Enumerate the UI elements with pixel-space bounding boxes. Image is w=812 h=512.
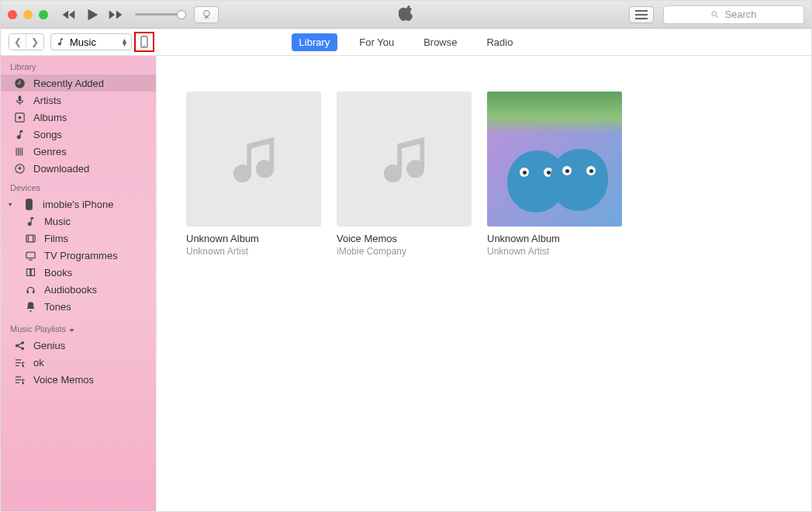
window-controls (8, 10, 48, 19)
album-title: Voice Memos (337, 233, 472, 244)
guitar-icon (13, 145, 26, 157)
headphones-icon (24, 283, 36, 296)
microphone-icon (13, 94, 26, 106)
sidebar-item-label: Tones (44, 301, 71, 313)
album-card[interactable]: Voice Memos iMobie Company (337, 92, 472, 476)
sidebar: Library Recently Added Artists Albums So… (1, 56, 157, 511)
window-titlebar: Search (1, 1, 811, 29)
sidebar-item-label: Genius (33, 340, 65, 351)
sidebar-item-label: Films (44, 233, 68, 244)
svg-rect-9 (26, 199, 32, 209)
sidebar-device-tones[interactable]: Tones (1, 298, 156, 315)
phone-icon (22, 198, 35, 210)
sidebar-device-films[interactable]: Films (1, 230, 156, 247)
airplay-button[interactable] (194, 6, 219, 23)
download-icon (13, 162, 26, 175)
sidebar-device-books[interactable]: Books (1, 264, 156, 281)
album-title: Unknown Album (186, 233, 321, 244)
forward-button[interactable]: ❯ (26, 34, 43, 50)
sidebar-item-label: Audiobooks (44, 284, 97, 296)
close-window-button[interactable] (8, 10, 17, 19)
sidebar-item-label: Downloaded (33, 163, 89, 175)
tab-browse[interactable]: Browse (416, 33, 465, 51)
album-artist: Unknown Artist (487, 246, 622, 257)
album-artwork-placeholder (337, 92, 472, 227)
disclosure-triangle-icon[interactable]: ▸ (7, 202, 14, 206)
music-note-icon (24, 215, 36, 227)
media-type-selector[interactable]: Music ▴▾ (50, 33, 132, 50)
sidebar-playlist-genius[interactable]: Genius (1, 337, 156, 354)
svg-point-5 (143, 45, 145, 47)
media-type-label: Music (70, 36, 96, 48)
sidebar-item-label: Music (44, 216, 71, 227)
tv-icon (24, 249, 36, 261)
history-nav: ❮ ❯ (9, 33, 44, 50)
sidebar-item-label: imobie's iPhone (43, 199, 113, 210)
album-artist: iMobie Company (337, 246, 472, 257)
selector-chevrons-icon: ▴▾ (123, 38, 126, 46)
sidebar-item-label: Songs (33, 129, 62, 140)
sidebar-playlist-ok[interactable]: ok (1, 354, 156, 371)
tab-for-you[interactable]: For You (351, 33, 402, 51)
album-artist: Unknown Artist (186, 246, 321, 257)
clock-icon (13, 77, 26, 89)
main-tabs: Library For You Browse Radio (292, 33, 521, 51)
sidebar-section-playlists[interactable]: Music Playlists (1, 315, 156, 337)
sidebar-section-devices: Devices (1, 177, 156, 195)
sidebar-section-library: Library (1, 56, 156, 74)
sidebar-item-label: Voice Memos (33, 374, 94, 386)
zoom-window-button[interactable] (39, 10, 48, 19)
sidebar-item-label: Recently Added (33, 78, 104, 89)
sidebar-item-recently-added[interactable]: Recently Added (1, 74, 156, 92)
apple-logo-icon (399, 5, 414, 25)
chevron-down-icon (69, 324, 74, 334)
previous-track-button[interactable] (60, 6, 78, 23)
sidebar-device-tv[interactable]: TV Programmes (1, 247, 156, 264)
playlist-icon (13, 373, 26, 386)
sidebar-item-label: ok (33, 357, 44, 368)
svg-rect-1 (635, 10, 648, 12)
album-card[interactable]: Unknown Album Unknown Artist (186, 92, 321, 476)
tab-library[interactable]: Library (292, 33, 338, 51)
music-note-icon (226, 126, 281, 192)
sidebar-item-label: Artists (33, 95, 61, 106)
sidebar-item-songs[interactable]: Songs (1, 126, 156, 143)
svg-rect-11 (26, 252, 34, 258)
album-artwork-placeholder (186, 92, 321, 227)
music-note-icon (13, 128, 26, 140)
sidebar-item-artists[interactable]: Artists (1, 92, 156, 109)
album-title: Unknown Album (487, 233, 622, 244)
device-button[interactable] (134, 32, 154, 52)
playlist-icon (13, 356, 26, 368)
album-artwork (487, 92, 622, 227)
sidebar-device-audiobooks[interactable]: Audiobooks (1, 281, 156, 298)
play-button[interactable] (84, 6, 101, 23)
bell-icon (24, 300, 36, 313)
minimize-window-button[interactable] (23, 10, 33, 19)
next-track-button[interactable] (107, 6, 124, 23)
volume-slider[interactable] (135, 13, 181, 16)
sidebar-item-genres[interactable]: Genres (1, 143, 156, 160)
genius-icon (13, 339, 26, 351)
view-mode-button[interactable] (629, 6, 654, 23)
sidebar-device-music[interactable]: Music (1, 213, 156, 230)
svg-rect-3 (635, 18, 648, 19)
music-note-icon (377, 126, 431, 192)
album-icon (13, 111, 26, 123)
sidebar-item-label: Albums (33, 112, 67, 123)
sidebar-item-albums[interactable]: Albums (1, 109, 156, 126)
sidebar-device-iphone[interactable]: ▸ imobie's iPhone (1, 195, 156, 213)
playlists-label: Music Playlists (10, 324, 66, 334)
sidebar-item-label: TV Programmes (44, 250, 118, 261)
album-grid: Unknown Album Unknown Artist Voice Memos… (157, 56, 811, 511)
book-icon (24, 266, 36, 278)
search-input[interactable]: Search (663, 5, 804, 24)
film-icon (24, 232, 36, 244)
back-button[interactable]: ❮ (9, 34, 26, 50)
svg-point-7 (18, 116, 21, 119)
album-card[interactable]: Unknown Album Unknown Artist (487, 92, 622, 476)
sidebar-playlist-voicememos[interactable]: Voice Memos (1, 371, 156, 388)
sidebar-item-downloaded[interactable]: Downloaded (1, 160, 156, 177)
tab-radio[interactable]: Radio (479, 33, 520, 51)
svg-rect-10 (26, 235, 34, 242)
